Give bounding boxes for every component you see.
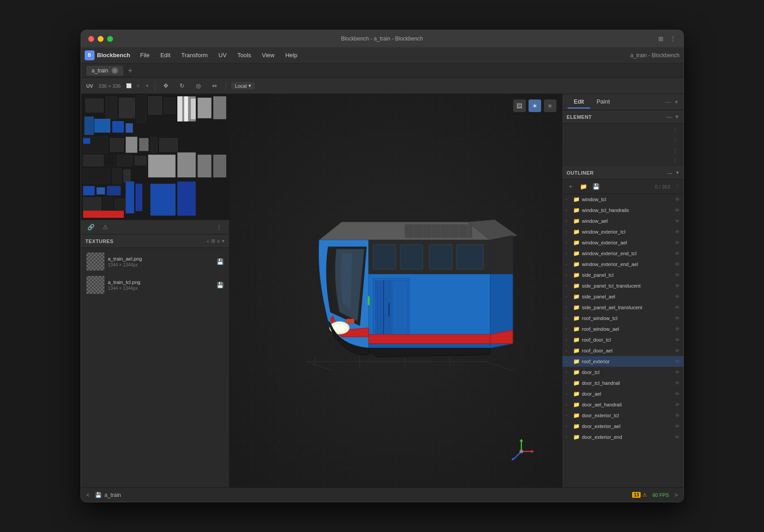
list-item-door-tcl-hr[interactable]: › 📁 door_tcl_handrail 👁 [562, 378, 683, 388]
image-view-btn[interactable]: 🖼 [513, 99, 526, 112]
list-item-door-ael-hr[interactable]: › 📁 door_ael_handrail 👁 [562, 399, 683, 410]
puzzle-icon[interactable]: ⊞ [658, 35, 664, 42]
eye-icon[interactable]: 👁 [675, 359, 680, 364]
more-icon[interactable]: ⋮ [670, 35, 676, 42]
eye-icon[interactable]: 👁 [675, 380, 680, 386]
menu-uv[interactable]: UV [214, 50, 231, 60]
element-minus-icon[interactable]: — [667, 113, 673, 120]
outliner-more-icon[interactable]: ⋮ [675, 184, 680, 189]
eye-icon[interactable]: 👁 [675, 207, 680, 213]
list-item-roof-exterior[interactable]: › 📁 roof_exterior 👁 [562, 356, 683, 367]
rotate-tool-btn[interactable]: ↻ [177, 81, 188, 91]
ep-minus-icon[interactable]: — [665, 99, 671, 105]
list-item-side-panel-ael-trans[interactable]: › 📁 side_panel_ael_translucent 👁 [562, 302, 683, 313]
texture-item-ael[interactable]: a_train_ael.png 1344 × 1344px 💾 [83, 250, 227, 273]
element-chevron-icon[interactable]: ▾ [675, 113, 679, 120]
more-options-icon[interactable]: ⋮ [215, 223, 224, 232]
panel-add-icon[interactable]: + [207, 239, 209, 244]
tab-add-button[interactable]: + [125, 66, 135, 76]
texture-item-tcl[interactable]: a_train_tcl.png 1344 × 1344px 💾 [83, 273, 227, 297]
eye-icon[interactable]: 👁 [675, 294, 680, 299]
prev-button[interactable]: < [86, 491, 90, 498]
list-item-window-ext-end-ael[interactable]: › 📁 window_exterior_end_ael 👁 [562, 259, 683, 270]
eye-icon[interactable]: 👁 [675, 413, 680, 418]
link-icon[interactable]: 🔗 [86, 223, 95, 232]
close-button[interactable] [88, 36, 94, 42]
panel-collapse-icon[interactable]: ≡ [217, 239, 220, 244]
menu-edit[interactable]: Edit [156, 50, 175, 60]
eye-btn[interactable]: ◎ [193, 81, 204, 91]
eye-icon[interactable]: 👁 [675, 402, 680, 407]
eye-icon[interactable]: 👁 [675, 326, 680, 332]
list-item-door-tcl[interactable]: › 📁 door_tcl 👁 [562, 367, 683, 378]
eye-icon[interactable]: 👁 [675, 197, 680, 202]
list-item-side-panel-tcl-trans[interactable]: › 📁 side_panel_tcl_translucent 👁 [562, 280, 683, 291]
chevron-icon: › [566, 392, 571, 396]
viewport[interactable]: 🖼 ☀ ≡ [230, 94, 562, 487]
warning-icon[interactable]: ⚠ [101, 223, 110, 232]
eye-icon[interactable]: 👁 [675, 348, 680, 353]
save-icon-ael[interactable]: 💾 [217, 258, 224, 265]
list-item-door-ael[interactable]: › 📁 door_ael 👁 [562, 388, 683, 399]
ep-chevron-icon[interactable]: ▾ [675, 99, 678, 105]
eye-icon[interactable]: 👁 [675, 305, 680, 310]
maximize-button[interactable] [107, 36, 113, 42]
list-item-window-ael[interactable]: › 📁 window_ael 👁 [562, 216, 683, 226]
tab-close-button[interactable]: × [112, 68, 118, 74]
flip-btn[interactable]: ⇔ [209, 81, 220, 91]
outliner-add-btn[interactable]: + [566, 182, 576, 192]
list-item-door-ext-tcl[interactable]: › 📁 door_exterior_tcl 👁 [562, 410, 683, 421]
next-button[interactable]: > [674, 491, 678, 498]
eye-icon[interactable]: 👁 [675, 229, 680, 234]
list-item-side-panel-ael[interactable]: › 📁 side_panel_ael 👁 [562, 291, 683, 302]
save-icon-tcl[interactable]: 💾 [217, 282, 224, 289]
eye-icon[interactable]: 👁 [675, 218, 680, 224]
outliner-minus-icon[interactable]: — [668, 170, 673, 176]
menu-transform[interactable]: Transform [177, 50, 212, 60]
move-tool-btn[interactable]: ✥ [161, 81, 172, 91]
list-item-window-tcl[interactable]: › 📁 window_tcl 👁 [562, 194, 683, 205]
panel-arrow-icon[interactable]: ▾ [222, 238, 225, 244]
eye-icon[interactable]: 👁 [675, 251, 680, 256]
folder-icon: 📁 [573, 315, 580, 321]
tab-paint[interactable]: Paint [590, 95, 616, 108]
viewport-toolbar: 🖼 ☀ ≡ [513, 99, 556, 112]
list-item-door-ext-end[interactable]: › 📁 door_exterior_end 👁 [562, 432, 683, 442]
minimize-button[interactable] [98, 36, 104, 42]
eye-icon[interactable]: 👁 [675, 283, 680, 289]
eye-icon[interactable]: 👁 [675, 316, 680, 321]
eye-icon[interactable]: 👁 [675, 337, 680, 343]
eye-icon[interactable]: 👁 [675, 272, 680, 278]
menu-file[interactable]: File [136, 50, 154, 60]
list-item-side-panel-tcl[interactable]: › 📁 side_panel_tcl 👁 [562, 270, 683, 280]
list-item-door-ext-ael[interactable]: › 📁 door_exterior_ael 👁 [562, 421, 683, 432]
list-item-window-ext-end-tcl[interactable]: › 📁 window_exterior_end_tcl 👁 [562, 248, 683, 259]
eye-icon[interactable]: 👁 [675, 424, 680, 429]
list-item-window-ext-ael[interactable]: › 📁 window_exterior_ael 👁 [562, 237, 683, 248]
outliner-save-btn[interactable]: 💾 [591, 182, 601, 192]
eye-icon[interactable]: 👁 [675, 261, 680, 267]
eye-icon[interactable]: 👁 [675, 240, 680, 245]
menu-help[interactable]: Help [281, 50, 302, 60]
tab-a-train[interactable]: a_train × [86, 66, 124, 76]
list-item-window-ext-tcl[interactable]: › 📁 window_exterior_tcl 👁 [562, 226, 683, 237]
sun-view-btn[interactable]: ☀ [529, 99, 541, 112]
svg-rect-67 [400, 244, 423, 269]
list-item-roof-window-ael[interactable]: › 📁 roof_window_ael 👁 [562, 324, 683, 334]
menu-tools[interactable]: Tools [233, 50, 255, 60]
list-item-roof-window-tcl[interactable]: › 📁 roof_window_tcl 👁 [562, 313, 683, 324]
outliner-folder-btn[interactable]: 📁 [579, 182, 588, 192]
eye-icon[interactable]: 👁 [675, 434, 680, 440]
tab-edit[interactable]: Edit [568, 95, 590, 108]
local-dropdown[interactable]: Local ▾ [231, 82, 255, 90]
eye-icon[interactable]: 👁 [675, 391, 680, 397]
outliner-chevron-icon[interactable]: ▾ [676, 170, 679, 176]
svg-rect-78 [346, 319, 354, 323]
list-item-roof-door-tcl[interactable]: › 📁 roof_door_tcl 👁 [562, 334, 683, 345]
panel-import-icon[interactable]: ⊞ [211, 238, 215, 244]
menu-view-btn[interactable]: ≡ [544, 99, 556, 112]
eye-icon[interactable]: 👁 [675, 370, 680, 375]
list-item-window-tcl-hr[interactable]: › 📁 window_tcl_handrails 👁 [562, 205, 683, 216]
list-item-roof-door-ael[interactable]: › 📁 roof_door_ael 👁 [562, 345, 683, 356]
menu-view[interactable]: View [258, 50, 279, 60]
